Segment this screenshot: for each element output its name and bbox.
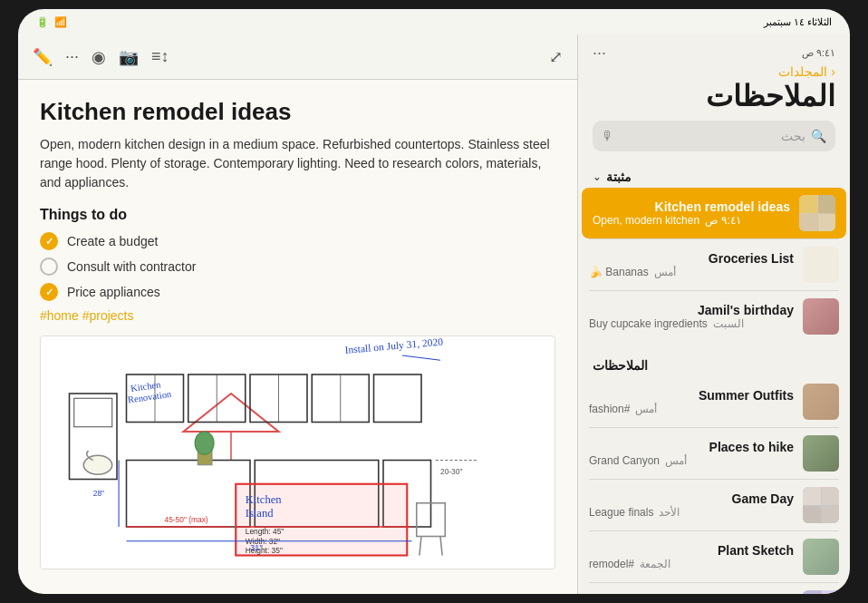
status-date: الثلاثاء ١٤ سبتمبر: [764, 16, 832, 28]
note-info-birthday: Jamil's birthday السبت Buy cupcake ingre…: [589, 303, 794, 330]
notes-more-button[interactable]: ···: [593, 44, 606, 63]
note-subtitle-outfits: #fashion: [589, 403, 630, 415]
folder-nav: المجلدات ›: [593, 64, 835, 79]
note-toolbar: ✏️ ··· ◉ 📷 ≡↕ ⤢: [18, 34, 577, 80]
notes-title: الملاحظات: [593, 79, 835, 113]
svg-line-29: [440, 537, 442, 556]
note-thumb-groceries: [803, 247, 839, 283]
toolbar-left: ✏️ ··· ◉ 📷 ≡↕: [33, 47, 169, 67]
note-info-plant: Plant Sketch الجمعة #remodel: [589, 543, 794, 570]
battery-icon: 🔋: [36, 16, 49, 28]
note-title-game: Game Day: [589, 491, 794, 506]
note-item-kitchen[interactable]: Kitchen remodel ideas ٩:٤١ ص Open, moder…: [582, 188, 846, 238]
note-date-game: الأحد: [659, 506, 680, 519]
svg-text:Length: 45": Length: 45": [246, 528, 285, 537]
folder-chevron-icon: ›: [831, 64, 835, 79]
note-info-groceries: Groceries List أمس Bananas 🍌: [589, 251, 794, 278]
notes-section-label: الملاحظات: [578, 353, 850, 376]
note-date-birthday: السبت: [713, 317, 744, 330]
expand-button[interactable]: ⤢: [549, 47, 563, 67]
pinned-label: مثبتة ⌄: [578, 164, 850, 188]
note-title: Kitchen remodel ideas: [40, 98, 555, 126]
folder-back-button[interactable]: المجلدات: [778, 64, 827, 79]
note-thumb-game: [803, 487, 839, 523]
format-button[interactable]: ≡↕: [151, 47, 169, 66]
note-subtitle-hike: Grand Canyon: [589, 454, 660, 467]
checklist-item-2: Consult with contractor: [40, 258, 555, 276]
note-thumb-plant: [803, 539, 839, 575]
more-options-button[interactable]: ···: [65, 47, 79, 66]
note-title-hike: Places to hike: [589, 440, 794, 454]
note-date-plant: الجمعة: [640, 558, 670, 570]
checklist-label-3: Price appliances: [67, 285, 160, 299]
note-item-groceries[interactable]: Groceries List أمس Bananas 🍌: [578, 239, 850, 290]
checklist-item-1: Create a budget: [40, 232, 555, 250]
svg-marker-4: [184, 394, 279, 432]
note-date-outfits: أمس: [635, 403, 657, 415]
ipad-frame: 🔋 📶 الثلاثاء ١٤ سبتمبر ✏️ ··· ◉ 📷 ≡↕ ⤢: [18, 9, 850, 594]
checkbox-1[interactable]: [40, 232, 58, 250]
checkbox-3[interactable]: [40, 283, 58, 301]
note-subtitle-birthday: Buy cupcake ingredients: [589, 317, 708, 330]
note-subtitle-kitchen: Open, modern kitchen: [593, 214, 699, 227]
pinned-label-text: مثبتة: [606, 170, 632, 184]
wifi-icon: 📶: [54, 16, 67, 28]
note-title-plant: Plant Sketch: [589, 543, 794, 558]
note-item-plant[interactable]: Plant Sketch الجمعة #remodel: [578, 531, 850, 582]
pinned-section: مثبتة ⌄ Kitchen remodel ideas ٩:٤١ ص Ope…: [578, 164, 850, 345]
checkbox-2[interactable]: [40, 258, 58, 276]
search-placeholder: بحث: [620, 129, 805, 143]
note-content: Kitchen remodel ideas Open, modern kitch…: [18, 80, 577, 594]
status-left: 🔋 📶: [36, 16, 67, 28]
notes-status-time: ٩:٤١ ص: [802, 47, 835, 59]
camera-button[interactable]: 📷: [119, 47, 139, 67]
note-subtitle-groceries: Bananas 🍌: [589, 266, 649, 278]
mic-icon[interactable]: 🎙: [602, 129, 614, 143]
note-thumb-hike: [803, 435, 839, 472]
note-info-outfits: Summer Outfits أمس #fashion: [589, 388, 794, 415]
note-info-game: Game Day الأحد League finals: [589, 491, 794, 519]
note-date-groceries: أمس: [654, 266, 676, 278]
note-panel: ✏️ ··· ◉ 📷 ≡↕ ⤢ Kitchen remodel ideas Op…: [18, 34, 578, 594]
svg-line-28: [420, 537, 421, 556]
svg-text:28": 28": [93, 490, 104, 499]
hashtags: #home #projects: [40, 308, 555, 323]
note-item-game[interactable]: Game Day الأحد League finals: [578, 480, 850, 530]
search-bar[interactable]: 🎙 بحث 🔍: [593, 121, 835, 151]
svg-text:Install on July 31, 2020: Install on July 31, 2020: [344, 336, 444, 356]
note-thumb-outfits: [803, 384, 839, 420]
note-info-hike: Places to hike أمس Grand Canyon: [589, 440, 794, 467]
notes-panel: ··· ٩:٤١ ص المجلدات › الملاحظات 🎙 بحث 🔍 …: [578, 34, 850, 594]
notes-header: ··· ٩:٤١ ص المجلدات › الملاحظات 🎙 بحث 🔍: [578, 34, 850, 164]
note-thumb-birthday: [803, 298, 839, 335]
toolbar-right: ⤢: [549, 47, 563, 67]
note-thumb-stitch: [803, 590, 839, 594]
note-thumb-kitchen: [799, 195, 835, 231]
note-info-kitchen: Kitchen remodel ideas ٩:٤١ ص Open, moder…: [593, 199, 790, 227]
note-subtitle-plant: #remodel: [589, 558, 634, 570]
markup-button[interactable]: ◉: [92, 47, 106, 67]
note-date-hike: أمس: [665, 454, 687, 467]
svg-rect-3: [74, 398, 112, 427]
checklist-label-2: Consult with contractor: [67, 259, 196, 274]
note-item-birthday[interactable]: Jamil's birthday السبت Buy cupcake ingre…: [578, 291, 850, 342]
note-title-outfits: Summer Outfits: [589, 388, 794, 403]
svg-text:20-30": 20-30": [440, 467, 462, 476]
search-icon: 🔍: [811, 129, 826, 143]
svg-rect-10: [374, 374, 422, 423]
pinned-chevron-icon[interactable]: ⌄: [593, 171, 601, 183]
svg-text:Island: Island: [246, 508, 274, 520]
note-item-outfits[interactable]: Summer Outfits أمس #fashion: [578, 376, 850, 427]
note-title-kitchen: Kitchen remodel ideas: [593, 199, 790, 214]
note-subtitle-game: League finals: [589, 506, 653, 519]
svg-text:Kitchen: Kitchen: [246, 493, 283, 506]
sketch-area: Install on July 31, 2020: [40, 336, 555, 569]
new-note-button[interactable]: ✏️: [33, 47, 53, 67]
note-title-birthday: Jamil's birthday: [589, 303, 794, 317]
svg-text:45-50" (max): 45-50" (max): [165, 515, 208, 524]
note-title-groceries: Groceries List: [589, 251, 794, 266]
checklist-item-3: Price appliances: [40, 283, 555, 301]
note-item-stitch[interactable]: Stitching Patterns: [578, 583, 850, 594]
note-item-hike[interactable]: Places to hike أمس Grand Canyon: [578, 428, 850, 479]
svg-point-20: [195, 432, 214, 454]
